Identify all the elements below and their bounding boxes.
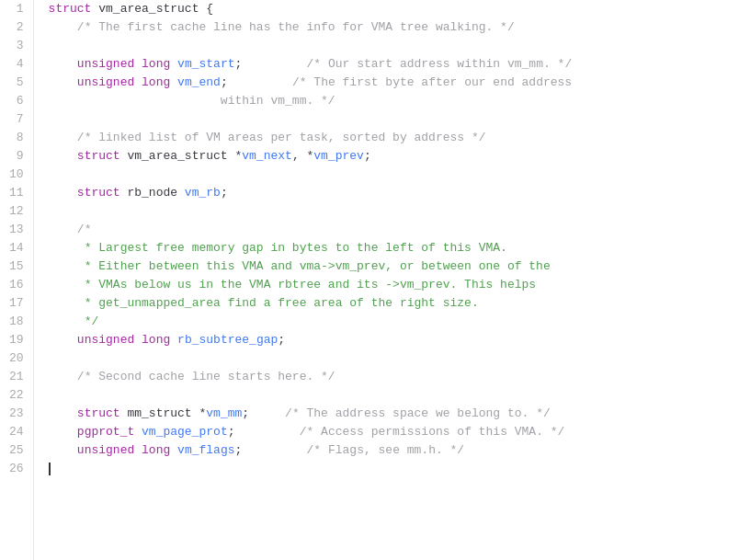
code-line (49, 110, 739, 129)
line-number: 16 (9, 276, 24, 294)
line-number: 19 (9, 331, 24, 349)
code-content: struct vm_area_struct { /* The first cac… (34, 0, 739, 560)
code-line: struct vm_area_struct { (49, 0, 739, 18)
code-line (49, 386, 739, 405)
code-line (49, 202, 739, 221)
code-line: * Largest free memory gap in bytes to th… (49, 239, 739, 257)
line-number: 22 (9, 386, 24, 405)
line-number: 4 (9, 55, 24, 74)
line-number: 23 (9, 405, 24, 423)
line-number: 18 (9, 313, 24, 331)
line-number: 20 (9, 349, 24, 368)
code-line: /* The first cache line has the info for… (49, 18, 739, 37)
line-number: 24 (9, 423, 24, 441)
line-number: 14 (9, 239, 24, 257)
code-line (49, 460, 739, 478)
code-line: within vm_mm. */ (49, 92, 739, 110)
line-number: 15 (9, 257, 24, 276)
code-line (49, 166, 739, 184)
line-number: 11 (9, 184, 24, 202)
line-number: 8 (9, 129, 24, 147)
line-number: 3 (9, 37, 24, 55)
line-number: 7 (9, 110, 24, 129)
line-number: 25 (9, 441, 24, 460)
code-line (49, 37, 739, 55)
code-line: /* (49, 221, 739, 239)
line-number: 5 (9, 74, 24, 92)
code-line (49, 349, 739, 368)
text-cursor (49, 463, 51, 475)
line-number: 12 (9, 202, 24, 221)
line-number: 6 (9, 92, 24, 110)
code-line: unsigned long vm_flags; /* Flags, see mm… (49, 441, 739, 460)
code-line: * Either between this VMA and vma->vm_pr… (49, 257, 739, 276)
line-number: 2 (9, 18, 24, 37)
line-number: 13 (9, 221, 24, 239)
code-line: struct mm_struct *vm_mm; /* The address … (49, 405, 739, 423)
code-line: /* Second cache line starts here. */ (49, 368, 739, 386)
code-line: pgprot_t vm_page_prot; /* Access permiss… (49, 423, 739, 441)
line-number: 17 (9, 294, 24, 313)
code-line: * get_unmapped_area find a free area of … (49, 294, 739, 313)
code-line: struct vm_area_struct *vm_next, *vm_prev… (49, 147, 739, 166)
code-line: unsigned long vm_end; /* The first byte … (49, 74, 739, 92)
code-line: * VMAs below us in the VMA rbtree and it… (49, 276, 739, 294)
code-line: unsigned long rb_subtree_gap; (49, 331, 739, 349)
code-line: unsigned long vm_start; /* Our start add… (49, 55, 739, 74)
code-line: */ (49, 313, 739, 331)
code-editor: 1234567891011121314151617181920212223242… (0, 0, 739, 560)
line-number: 26 (9, 460, 24, 478)
line-numbers: 1234567891011121314151617181920212223242… (0, 0, 34, 560)
line-number: 9 (9, 147, 24, 166)
line-number: 1 (9, 0, 24, 18)
line-number: 21 (9, 368, 24, 386)
code-line: /* linked list of VM areas per task, sor… (49, 129, 739, 147)
code-line: struct rb_node vm_rb; (49, 184, 739, 202)
line-number: 10 (9, 166, 24, 184)
